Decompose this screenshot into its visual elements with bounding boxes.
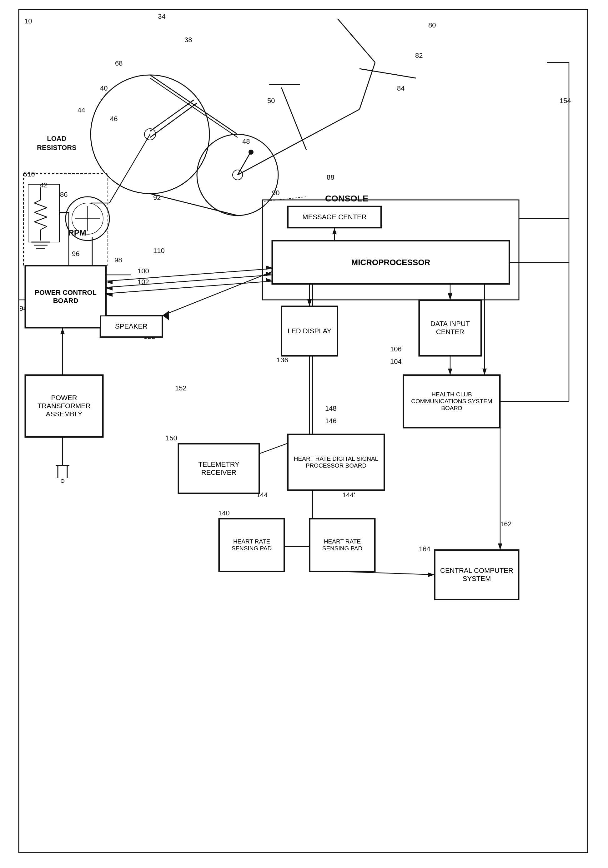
console-label: CONSOLE bbox=[325, 194, 368, 204]
ref-146: 146 bbox=[325, 417, 337, 425]
svg-marker-39 bbox=[106, 287, 112, 290]
ref-96: 96 bbox=[72, 250, 79, 258]
svg-line-79 bbox=[34, 203, 47, 208]
svg-marker-106 bbox=[448, 293, 453, 299]
ref-98: 98 bbox=[114, 256, 122, 264]
svg-marker-69 bbox=[498, 544, 502, 550]
ref-42: 42 bbox=[40, 181, 48, 189]
svg-marker-46 bbox=[448, 294, 453, 300]
svg-line-72 bbox=[263, 197, 306, 202]
ref-148: 148 bbox=[325, 405, 337, 412]
ref-68: 68 bbox=[115, 59, 123, 67]
power-control-board-box: POWER CONTROL BOARD bbox=[25, 265, 106, 328]
svg-point-16 bbox=[249, 150, 253, 155]
svg-line-14 bbox=[150, 103, 197, 138]
heart-rate-dsp-box: HEART RATE DIGITAL SIGNAL PROCESSOR BOAR… bbox=[288, 434, 384, 490]
svg-marker-44 bbox=[307, 300, 312, 306]
svg-line-100 bbox=[109, 134, 150, 203]
svg-marker-55 bbox=[163, 311, 169, 320]
svg-line-12 bbox=[238, 109, 359, 175]
svg-line-54 bbox=[163, 272, 272, 315]
svg-line-5 bbox=[150, 75, 238, 134]
svg-line-15 bbox=[238, 153, 250, 175]
ref-150: 150 bbox=[166, 434, 177, 442]
svg-line-6 bbox=[150, 194, 238, 215]
ref-50: 50 bbox=[267, 97, 275, 105]
svg-marker-37 bbox=[266, 278, 272, 282]
ref-106: 106 bbox=[390, 345, 402, 353]
ref-86: 86 bbox=[60, 191, 67, 198]
svg-marker-36 bbox=[266, 272, 272, 276]
heart-rate-pad2-box: HEART RATE SENSING PAD bbox=[309, 518, 375, 572]
ref-110: 110 bbox=[153, 247, 165, 255]
svg-line-70 bbox=[342, 572, 434, 575]
health-club-comms-box: HEALTH CLUB COMMUNICATIONS SYSTEM BOARD bbox=[403, 375, 500, 428]
svg-line-32 bbox=[106, 269, 272, 281]
svg-line-82 bbox=[34, 217, 47, 222]
ref-46: 46 bbox=[110, 115, 118, 123]
ref-136: 136 bbox=[277, 356, 288, 364]
ref-144p: 144' bbox=[342, 491, 355, 499]
ref-88: 88 bbox=[327, 174, 334, 181]
svg-marker-35 bbox=[266, 265, 272, 270]
svg-line-33 bbox=[106, 275, 272, 287]
svg-line-13 bbox=[150, 100, 194, 131]
svg-line-84 bbox=[40, 226, 47, 229]
svg-line-8 bbox=[359, 62, 375, 109]
ref-140: 140 bbox=[218, 509, 230, 517]
svg-line-83 bbox=[34, 222, 47, 226]
svg-point-2 bbox=[145, 129, 155, 140]
message-center-box: MESSAGE CENTER bbox=[288, 206, 381, 228]
ref-34: 34 bbox=[158, 12, 165, 21]
svg-marker-105 bbox=[307, 299, 312, 305]
svg-marker-71 bbox=[428, 572, 434, 577]
svg-line-78 bbox=[34, 200, 40, 203]
svg-marker-40 bbox=[106, 293, 112, 297]
rpm-label: RPM bbox=[68, 228, 86, 238]
power-transformer-box: POWER TRANSFORMER ASSEMBLY bbox=[25, 375, 103, 437]
svg-line-7 bbox=[337, 19, 375, 62]
ref-164: 164 bbox=[419, 545, 431, 553]
ref-100: 100 bbox=[138, 267, 149, 275]
ref-162: 162 bbox=[500, 520, 512, 528]
svg-point-53 bbox=[61, 479, 64, 482]
ref-104: 104 bbox=[390, 358, 402, 366]
ref-40: 40 bbox=[100, 84, 107, 93]
svg-marker-42 bbox=[332, 228, 337, 234]
diagram-container: 10 34 38 40 42 44 46 48 50 68 80 82 84 8… bbox=[0, 0, 608, 868]
svg-line-81 bbox=[34, 212, 47, 217]
svg-marker-59 bbox=[482, 369, 487, 375]
svg-marker-48 bbox=[60, 328, 65, 334]
ref-82: 82 bbox=[415, 51, 423, 60]
svg-line-34 bbox=[106, 281, 272, 294]
svg-line-80 bbox=[34, 208, 47, 212]
svg-point-3 bbox=[197, 134, 278, 215]
led-display-box: LED DISPLAY bbox=[281, 306, 337, 356]
svg-rect-0 bbox=[19, 9, 588, 853]
svg-line-76 bbox=[150, 78, 238, 138]
svg-rect-97 bbox=[23, 174, 108, 267]
ref-510: 510 bbox=[23, 170, 35, 178]
microprocessor-box: MICROPROCESSOR bbox=[272, 240, 510, 284]
speaker-box: SPEAKER bbox=[100, 315, 163, 337]
ref-48: 48 bbox=[242, 138, 250, 146]
ref-154: 154 bbox=[560, 97, 571, 105]
ref-84: 84 bbox=[397, 84, 404, 93]
heart-rate-pad1-box: HEART RATE SENSING PAD bbox=[219, 518, 285, 572]
ref-90: 90 bbox=[272, 189, 280, 197]
svg-line-9 bbox=[359, 69, 416, 78]
svg-point-4 bbox=[233, 170, 243, 180]
central-computer-box: CENTRAL COMPUTER SYSTEM bbox=[434, 550, 519, 600]
ref-10: 10 bbox=[24, 17, 32, 25]
ref-38: 38 bbox=[184, 36, 192, 44]
ref-102: 102 bbox=[138, 278, 149, 286]
ref-152: 152 bbox=[175, 384, 187, 392]
svg-line-10 bbox=[281, 87, 306, 150]
svg-point-1 bbox=[91, 75, 210, 194]
svg-marker-38 bbox=[106, 280, 112, 284]
ref-44: 44 bbox=[78, 106, 85, 114]
data-input-center-box: DATA INPUT CENTER bbox=[419, 300, 481, 356]
svg-marker-61 bbox=[448, 369, 453, 375]
svg-rect-89 bbox=[28, 184, 59, 242]
ref-92: 92 bbox=[153, 194, 161, 202]
